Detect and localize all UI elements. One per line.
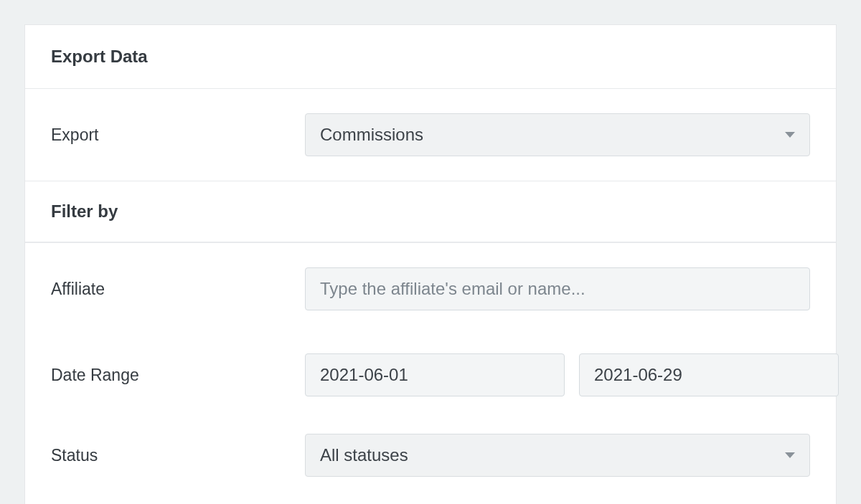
export-label: Export bbox=[51, 125, 98, 144]
export-row: Export Commissions bbox=[25, 89, 836, 181]
date-to-input[interactable] bbox=[579, 353, 839, 396]
affiliate-input[interactable] bbox=[305, 267, 810, 310]
filter-by-title: Filter by bbox=[51, 201, 810, 222]
date-from-input[interactable] bbox=[305, 353, 565, 396]
status-select-value: All statuses bbox=[320, 445, 408, 465]
status-label: Status bbox=[51, 446, 98, 465]
affiliate-label-col: Affiliate bbox=[51, 280, 288, 299]
affiliate-row: Affiliate bbox=[25, 243, 836, 335]
status-select[interactable]: All statuses bbox=[305, 434, 810, 477]
caret-down-icon bbox=[785, 132, 795, 138]
date-range-row: Date Range bbox=[25, 335, 836, 415]
status-label-col: Status bbox=[51, 446, 288, 465]
date-range-label-col: Date Range bbox=[51, 366, 288, 385]
status-row: Status All statuses bbox=[25, 415, 836, 495]
export-input-col: Commissions bbox=[305, 113, 810, 156]
export-data-header: Export Data bbox=[25, 25, 836, 89]
affiliate-label: Affiliate bbox=[51, 280, 105, 298]
date-range-input-col bbox=[305, 353, 839, 396]
status-input-col: All statuses bbox=[305, 434, 810, 477]
affiliate-input-col bbox=[305, 267, 810, 310]
date-range-label: Date Range bbox=[51, 366, 139, 384]
export-data-title: Export Data bbox=[51, 47, 810, 67]
export-select[interactable]: Commissions bbox=[305, 113, 810, 156]
export-label-col: Export bbox=[51, 125, 288, 145]
export-data-panel: Export Data Export Commissions Filter by… bbox=[24, 24, 837, 504]
export-select-value: Commissions bbox=[320, 125, 423, 145]
caret-down-icon bbox=[785, 452, 795, 458]
filter-by-header: Filter by bbox=[25, 181, 836, 242]
